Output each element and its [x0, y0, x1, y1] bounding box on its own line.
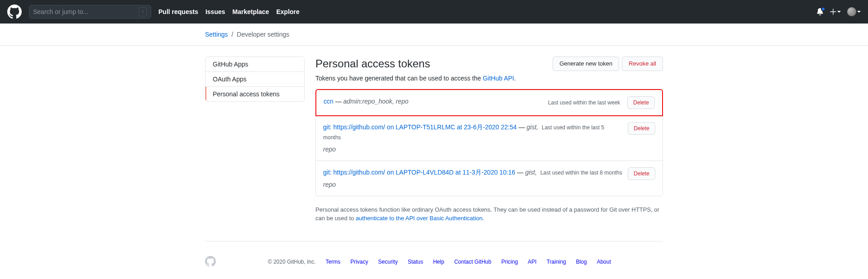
github-mark-icon: [205, 256, 216, 267]
token-actions: Delete: [627, 96, 655, 109]
delete-token-button[interactable]: Delete: [627, 96, 655, 109]
subtitle-text-end: .: [514, 75, 516, 82]
nav-pull-requests[interactable]: Pull requests: [158, 8, 198, 15]
token-scopes-continued: repo: [323, 180, 622, 189]
github-mark-icon: [7, 5, 22, 19]
token-list: ccn — admin:repo_hook, repo Last used wi…: [315, 89, 663, 196]
breadcrumb-current: Developer settings: [237, 31, 289, 38]
footer-status[interactable]: Status: [408, 259, 423, 265]
token-scopes: gist,: [525, 169, 537, 176]
token-name-link[interactable]: ccn: [324, 98, 334, 105]
token-scopes-continued: repo: [323, 144, 622, 154]
github-logo[interactable]: [7, 5, 22, 19]
github-api-link[interactable]: GitHub API: [483, 75, 514, 82]
token-info: git: https://github.com/ on LAPTOP-T51LR…: [323, 122, 622, 154]
main-container: GitHub Apps OAuth Apps Personal access t…: [205, 57, 663, 223]
generate-new-token-button[interactable]: Generate new token: [553, 57, 619, 71]
side-nav: GitHub Apps OAuth Apps Personal access t…: [205, 57, 305, 102]
footer-privacy[interactable]: Privacy: [350, 259, 368, 265]
token-actions: Delete: [628, 122, 655, 135]
delete-token-button[interactable]: Delete: [628, 122, 655, 135]
primary-nav: Pull requests Issues Marketplace Explore: [158, 8, 300, 15]
caret-down-icon: [857, 11, 861, 13]
global-header: / Pull requests Issues Marketplace Explo…: [0, 0, 868, 24]
token-actions: Delete: [628, 167, 655, 180]
footer-links: © 2020 GitHub, Inc. Terms Privacy Securi…: [216, 259, 663, 265]
delete-token-button[interactable]: Delete: [628, 167, 655, 180]
token-last-used: Last used within the last week: [548, 99, 620, 106]
footer-left: [205, 256, 216, 268]
token-scopes: admin:repo_hook, repo: [343, 98, 409, 105]
basic-auth-link[interactable]: authenticate to the API over Basic Authe…: [356, 215, 482, 222]
page-title: Personal access tokens: [315, 57, 553, 70]
search-input[interactable]: [33, 8, 138, 15]
footer-contact[interactable]: Contact GitHub: [454, 259, 491, 265]
user-menu[interactable]: [847, 7, 861, 16]
notification-indicator: [821, 7, 825, 11]
plus-icon: [830, 9, 836, 15]
token-row: git: https://github.com/ on LAPTOP-L4VLD…: [316, 161, 663, 196]
footer-copyright: © 2020 GitHub, Inc.: [268, 259, 316, 265]
page-subtitle: Tokens you have generated that can be us…: [315, 75, 663, 82]
sidenav-oauth-apps[interactable]: OAuth Apps: [205, 72, 304, 87]
token-info: ccn — admin:repo_hook, repo: [324, 96, 543, 106]
search-box[interactable]: /: [29, 5, 151, 19]
footer-blog[interactable]: Blog: [576, 259, 587, 265]
tokens-note: Personal access tokens function like ord…: [315, 205, 663, 223]
token-name-link[interactable]: git: https://github.com/ on LAPTOP-T51LR…: [323, 123, 517, 131]
breadcrumb: Settings / Developer settings: [205, 24, 663, 45]
note-text-end: .: [482, 215, 484, 222]
subtitle-text: Tokens you have generated that can be us…: [315, 75, 483, 82]
nav-issues[interactable]: Issues: [205, 8, 225, 15]
header-right: [816, 7, 861, 16]
caret-down-icon: [837, 11, 841, 13]
token-dash: —: [334, 98, 343, 105]
token-name-link[interactable]: git: https://github.com/ on LAPTOP-L4VLD…: [323, 169, 515, 176]
breadcrumb-separator: /: [231, 31, 233, 38]
footer-security[interactable]: Security: [378, 259, 398, 265]
main-content: Personal access tokens Generate new toke…: [315, 57, 663, 223]
create-new-dropdown[interactable]: [830, 9, 841, 15]
footer-api[interactable]: API: [528, 259, 536, 265]
avatar: [847, 7, 856, 16]
notifications-button[interactable]: [816, 8, 824, 15]
sidenav-github-apps[interactable]: GitHub Apps: [205, 57, 304, 72]
token-scopes: gist,: [527, 123, 539, 131]
footer: © 2020 GitHub, Inc. Terms Privacy Securi…: [205, 241, 663, 268]
footer-terms[interactable]: Terms: [326, 259, 341, 265]
token-dash: —: [517, 123, 527, 131]
footer-logo[interactable]: [205, 256, 216, 268]
breadcrumb-bar: Settings / Developer settings: [0, 24, 868, 46]
footer-pricing[interactable]: Pricing: [501, 259, 518, 265]
sidenav-personal-access-tokens[interactable]: Personal access tokens: [205, 87, 304, 101]
token-dash: —: [515, 169, 525, 176]
footer-training[interactable]: Training: [547, 259, 566, 265]
nav-explore[interactable]: Explore: [276, 8, 299, 15]
breadcrumb-settings[interactable]: Settings: [205, 31, 228, 38]
slash-key-hint: /: [138, 7, 147, 16]
token-info: git: https://github.com/ on LAPTOP-L4VLD…: [323, 167, 622, 189]
nav-marketplace[interactable]: Marketplace: [233, 8, 269, 15]
footer-help[interactable]: Help: [433, 259, 444, 265]
revoke-all-button[interactable]: Revoke all: [622, 57, 663, 71]
footer-about[interactable]: About: [597, 259, 611, 265]
page-header: Personal access tokens Generate new toke…: [315, 57, 663, 71]
token-row: git: https://github.com/ on LAPTOP-T51LR…: [316, 116, 663, 161]
token-row: ccn — admin:repo_hook, repo Last used wi…: [315, 89, 663, 116]
token-last-used: Last used within the last 8 months: [540, 170, 622, 176]
